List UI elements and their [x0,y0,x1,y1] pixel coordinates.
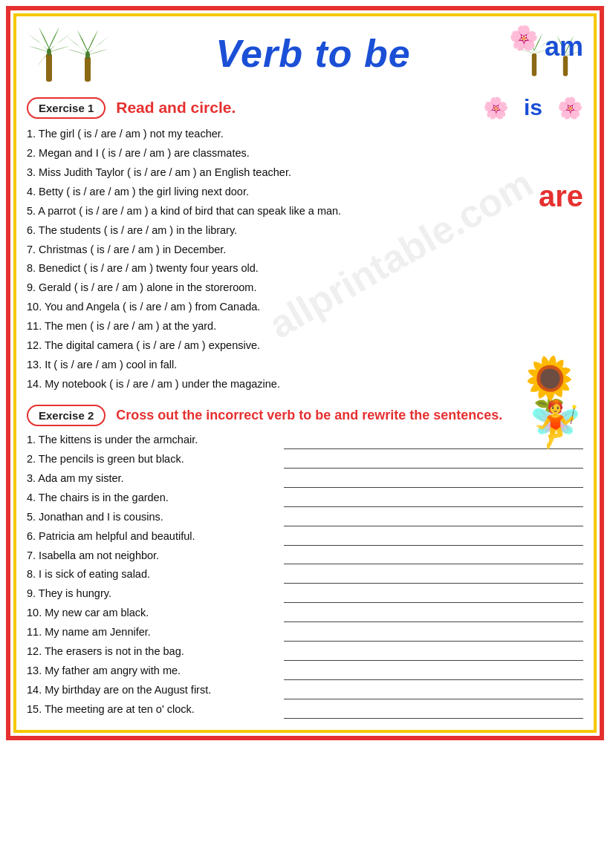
rewrite-line[interactable] [284,513,583,526]
rewrite-line[interactable] [284,551,583,564]
exercise1-item: 3. Miss Judith Taylor ( is / are / am ) … [27,163,583,183]
rewrite-line[interactable] [284,609,583,622]
palm-icon-1 [27,24,71,83]
am-label: am [545,31,583,62]
exercise1-item: 2. Megan and I ( is / are / am ) are cla… [27,144,583,163]
exercise2-item: 2. The pencils is green but black. [27,450,583,469]
exercise2-item: 1. The kittens is under the armchair. [27,431,583,449]
exercise2-item: 10. My new car am black. [27,604,583,622]
rewrite-line[interactable] [284,532,583,546]
exercise2-list: 1. The kittens is under the armchair.2. … [27,431,583,719]
rewrite-sentence-text: 9. They is hungry. [27,584,279,603]
rewrite-sentence-text: 6. Patricia am helpful and beautiful. [27,527,279,546]
exercise1-item: 10. You and Angela ( is / are / am ) fro… [27,298,583,317]
exercise1-item: 5. A parrot ( is / are / am ) a kind of … [27,202,583,221]
exercise1-item: 8. Benedict ( is / are / am ) twenty fou… [27,259,583,278]
palm-left [27,24,110,83]
exercise2-item: 11. My name am Jennifer. [27,623,583,642]
exercise1-item: 6. The students ( is / are / am ) in the… [27,221,583,241]
rewrite-sentence-text: 15. The meeting are at ten o' clock. [27,700,279,719]
rewrite-sentence-text: 14. My birthday are on the August first. [27,681,279,699]
exercise2-badge: Exercise 2 [27,405,106,426]
exercise2-item: 5. Jonathan and I is cousins. [27,508,583,526]
flower-icon-mid2: 🌸 [557,96,583,120]
exercise1-title: Read and circle. [116,99,236,117]
svg-rect-2 [85,56,91,82]
inner-border: are allprintable.com [13,13,597,733]
is-label: is [524,95,542,120]
exercise1-item: 11. The men ( is / are / am ) at the yar… [27,317,583,336]
rewrite-line[interactable] [284,494,583,507]
exercise2-title: Cross out the incorrect verb to be and r… [116,408,502,423]
rewrite-line[interactable] [284,590,583,603]
exercise2-item: 9. They is hungry. [27,584,583,603]
exercise2-item: 12. The erasers is not in the bag. [27,642,583,661]
flower-icon-mid: 🌸 [483,96,509,120]
exercise1-list: 1. The girl ( is / are / am ) not my tea… [27,125,583,394]
exercise1-header: Exercise 1 Read and circle. 🌸 is 🌸 [27,95,583,120]
rewrite-sentence-text: 3. Ada am my sister. [27,469,279,488]
rewrite-line[interactable] [284,686,583,699]
rewrite-sentence-text: 5. Jonathan and I is cousins. [27,508,279,526]
are-label: are [539,180,583,213]
exercise1-item: 14. My notebook ( is / are / am ) under … [27,375,583,394]
exercise2-item: 3. Ada am my sister. [27,469,583,488]
rewrite-line[interactable] [284,705,583,719]
outer-border: are allprintable.com [6,6,604,740]
rewrite-sentence-text: 11. My name am Jennifer. [27,623,279,642]
exercise1-item: 4. Betty ( is / are / am ) the girl livi… [27,183,583,202]
exercise2-item: 6. Patricia am helpful and beautiful. [27,527,583,546]
svg-rect-0 [46,53,52,82]
rewrite-sentence-text: 10. My new car am black. [27,604,279,622]
exercise2-header: Exercise 2 Cross out the incorrect verb … [27,405,583,426]
rewrite-sentence-text: 7. Isabella am not neighbor. [27,546,279,565]
exercise1-item: 13. It ( is / are / am ) cool in fall. [27,356,583,375]
header: Verb to be [27,24,583,88]
exercise1-item: 12. The digital camera ( is / are / am )… [27,336,583,356]
exercise2-item: 14. My birthday are on the August first. [27,681,583,699]
exercise1-badge: Exercise 1 [27,97,106,119]
exercise2-item: 4. The chairs is in the garden. [27,489,583,507]
exercise1-item: 7. Christmas ( is / are / am ) in Decemb… [27,241,583,260]
rewrite-sentence-text: 4. The chairs is in the garden. [27,489,279,507]
palm-icon-2 [65,24,110,83]
rewrite-line[interactable] [284,667,583,680]
exercise1-item: 9. Gerald ( is / are / am ) alone in the… [27,278,583,298]
svg-rect-4 [532,53,536,76]
rewrite-line[interactable] [284,455,583,469]
rewrite-sentence-text: 2. The pencils is green but black. [27,450,279,469]
decoration-character: 🧚 [528,402,583,447]
flower-icon-top: 🌸 [509,24,539,52]
exercise2-item: 8. I is sick of eating salad. [27,565,583,584]
rewrite-line[interactable] [284,474,583,488]
rewrite-sentence-text: 1. The kittens is under the armchair. [27,431,279,449]
exercise2-item: 13. My father am angry with me. [27,662,583,680]
exercise2-item: 15. The meeting are at ten o' clock. [27,700,583,719]
rewrite-line[interactable] [284,628,583,642]
rewrite-line[interactable] [284,647,583,661]
page-title: Verb to be [116,31,510,76]
rewrite-sentence-text: 8. I is sick of eating salad. [27,565,279,584]
rewrite-line[interactable] [284,570,583,584]
exercise1-item: 1. The girl ( is / are / am ) not my tea… [27,125,583,144]
rewrite-sentence-text: 12. The erasers is not in the bag. [27,642,279,661]
rewrite-sentence-text: 13. My father am angry with me. [27,662,279,680]
exercise2-item: 7. Isabella am not neighbor. [27,546,583,565]
